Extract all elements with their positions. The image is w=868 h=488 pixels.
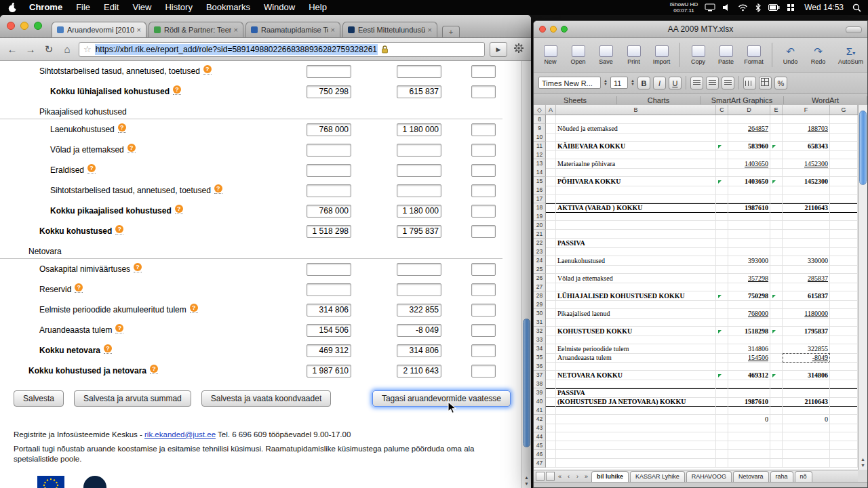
cell-g[interactable] [830,195,858,203]
cell-d[interactable]: 583960 [728,142,770,151]
cell-b[interactable]: PASSIVA [556,388,716,398]
first-sheet-icon[interactable]: « [556,471,564,482]
toolbar-save-button[interactable]: Save [595,45,617,65]
cell-f[interactable] [783,168,830,177]
row-header[interactable]: 24 [534,256,546,266]
cell-a[interactable] [546,124,556,134]
cell-d[interactable] [728,432,770,441]
cell-b[interactable]: Pikaajalised laenud [556,309,716,319]
cell-g[interactable] [830,336,858,344]
cell-d[interactable] [728,265,770,274]
cell-g[interactable] [830,186,858,195]
sheet-tab[interactable]: bil luhike [591,471,629,482]
toolbar-copy-button[interactable]: Copy [687,45,709,65]
help-icon[interactable]: ? [87,163,96,174]
cell-b[interactable]: Materiaalne põhivara [556,159,716,169]
bookmark-star-icon[interactable]: ☆ [83,44,92,54]
cell-e[interactable] [770,371,783,380]
cell-c[interactable] [716,362,728,371]
toolbar-format-button[interactable]: Format [743,45,765,65]
cell-g[interactable] [830,450,858,459]
cell-f[interactable] [783,450,830,459]
form-input-previous-year[interactable] [397,324,441,337]
borders-button[interactable] [759,77,772,89]
cell-c[interactable] [716,432,728,441]
display-icon[interactable] [705,3,715,12]
help-icon[interactable]: ? [118,122,126,133]
row-header[interactable]: 34 [534,344,546,354]
cell-g[interactable] [830,256,858,266]
cell-f[interactable] [783,406,830,415]
cell-c[interactable] [716,353,728,363]
cell-a[interactable] [546,142,556,151]
cell-a[interactable] [546,212,556,221]
cell-a[interactable] [546,115,556,124]
cell-a[interactable] [546,177,556,186]
form-input-previous-year[interactable] [397,344,441,357]
select-all-corner[interactable]: ◇ [534,105,546,115]
row-header[interactable]: 46 [534,450,546,459]
row-header[interactable]: 33 [534,336,546,344]
row-header[interactable]: 16 [534,186,546,195]
form-input-current-year[interactable] [307,344,351,357]
sheet-tab[interactable]: KASSAR Lyhike [630,471,685,482]
cell-c[interactable] [716,150,728,159]
new-tab-button[interactable]: + [442,26,460,37]
apple-menu[interactable] [8,3,17,13]
cell-a[interactable] [546,168,556,177]
scrollbar-thumb[interactable] [523,319,530,447]
cell-b[interactable] [556,406,716,415]
action-button[interactable]: Salvesta ja vaata koondvaadet [201,390,331,407]
cell-c[interactable] [716,318,728,327]
form-input-previous-year[interactable] [397,263,441,276]
toolbar-undo-button[interactable]: ↶Undo [779,45,802,65]
cell-g[interactable] [830,168,858,177]
cell-g[interactable] [830,230,858,239]
cell-a[interactable] [546,221,556,230]
cell-d[interactable]: 768000 [728,309,770,319]
cell-c[interactable] [716,124,728,134]
cell-c[interactable] [716,450,728,459]
cell-a[interactable] [546,159,556,169]
cell-g[interactable] [830,353,858,363]
cell-d[interactable] [728,318,770,327]
browser-tab[interactable]: Rödl & Partner: Teenu× [149,22,243,37]
row-header[interactable]: 10 [534,133,546,142]
cell-g[interactable] [830,318,858,327]
cell-f[interactable] [783,133,830,142]
go-button[interactable]: ▶ [490,42,507,57]
bluetooth-icon[interactable] [755,3,762,12]
form-input-previous-year[interactable] [397,205,441,218]
cell-b[interactable] [556,415,716,424]
cell-c[interactable] [716,239,728,248]
sheet-tab[interactable]: raha [770,471,793,482]
cell-g[interactable] [830,203,858,213]
action-button[interactable]: Salvesta ja arvuta summad [74,390,191,407]
cell-a[interactable] [546,239,556,248]
cell-d[interactable] [728,300,770,309]
cell-d[interactable]: 750298 [728,291,770,301]
ribbon-tab-wordart[interactable]: WordArt [784,96,867,104]
cell-a[interactable] [546,150,556,159]
cell-f[interactable]: 0 [783,415,830,424]
zoom-window-button[interactable] [34,22,42,30]
form-input-extra[interactable] [471,304,496,317]
cell-e[interactable] [770,397,783,407]
form-input-current-year[interactable] [307,144,351,157]
cell-c[interactable] [716,380,728,388]
scroll-down-icon[interactable]: ▼ [524,481,529,486]
cell-c[interactable] [716,186,728,195]
cell-b[interactable] [556,115,716,124]
cell-c[interactable] [716,159,728,169]
spotlight-icon[interactable] [852,3,861,12]
help-icon[interactable]: ? [104,343,112,354]
cell-b[interactable]: Võlad ja ettemaksed [556,274,716,283]
cell-a[interactable] [546,415,556,424]
sheet-tab[interactable]: RAHAVOOG [686,471,732,482]
cell-f[interactable]: 1180000 [783,309,830,319]
page-layout-view-button[interactable] [546,472,555,481]
align-right-button[interactable] [722,77,734,89]
row-header[interactable]: 37 [534,371,546,380]
form-input-extra[interactable] [471,263,496,276]
cell-c[interactable] [716,327,728,336]
